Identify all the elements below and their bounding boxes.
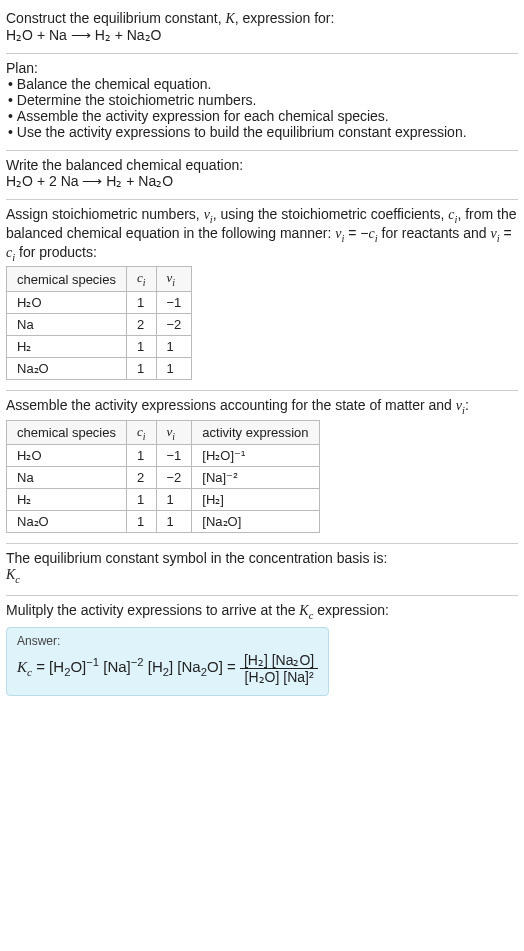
plan-item: Use the activity expressions to build th…: [8, 124, 518, 140]
table-header-row: chemical species ci νi: [7, 267, 192, 292]
table-row: H₂O1−1[H₂O]⁻¹: [7, 445, 320, 467]
activity-section: Assemble the activity expressions accoun…: [6, 391, 518, 544]
table-row: Na₂O11: [7, 357, 192, 379]
table-header-row: chemical species ci νi activity expressi…: [7, 420, 320, 445]
stoich-intro: Assign stoichiometric numbers, νi, using…: [6, 206, 518, 262]
col-activity: activity expression: [192, 420, 319, 445]
prompt-line: Construct the equilibrium constant, K, e…: [6, 10, 518, 27]
col-ci: ci: [127, 420, 157, 445]
table-row: H₂O1−1: [7, 291, 192, 313]
prompt-section: Construct the equilibrium constant, K, e…: [6, 4, 518, 54]
plan-section: Plan: Balance the chemical equation. Det…: [6, 54, 518, 151]
balanced-equation: H₂O + 2 Na ⟶ H₂ + Na₂O: [6, 173, 518, 189]
table-row: Na2−2: [7, 313, 192, 335]
plan-item: Balance the chemical equation.: [8, 76, 518, 92]
fraction-numerator: [H₂] [Na₂O]: [240, 652, 318, 669]
col-ci: ci: [127, 267, 157, 292]
answer-fraction: [H₂] [Na₂O] [H₂O] [Na]²: [240, 652, 318, 685]
activity-table: chemical species ci νi activity expressi…: [6, 420, 320, 534]
plan-item: Determine the stoichiometric numbers.: [8, 92, 518, 108]
activity-intro: Assemble the activity expressions accoun…: [6, 397, 518, 416]
prompt-equation: H₂O + Na ⟶ H₂ + Na₂O: [6, 27, 518, 43]
balanced-section: Write the balanced chemical equation: H₂…: [6, 151, 518, 200]
final-section: Mulitply the activity expressions to arr…: [6, 596, 518, 706]
answer-box: Answer: Kc = [H2O]−1 [Na]−2 [H2] [Na2O] …: [6, 627, 329, 696]
table-row: Na2−2[Na]⁻²: [7, 467, 320, 489]
answer-equation: Kc = [H2O]−1 [Na]−2 [H2] [Na2O] = [H₂] […: [17, 652, 318, 685]
plan-title: Plan:: [6, 60, 518, 76]
final-intro: Mulitply the activity expressions to arr…: [6, 602, 518, 621]
answer-label: Answer:: [17, 634, 318, 648]
col-nui: νi: [156, 420, 192, 445]
col-species: chemical species: [7, 420, 127, 445]
symbol-intro: The equilibrium constant symbol in the c…: [6, 550, 518, 566]
col-nui: νi: [156, 267, 192, 292]
symbol-section: The equilibrium constant symbol in the c…: [6, 544, 518, 596]
plan-item: Assemble the activity expression for eac…: [8, 108, 518, 124]
stoich-section: Assign stoichiometric numbers, νi, using…: [6, 200, 518, 391]
stoich-table: chemical species ci νi H₂O1−1 Na2−2 H₂11…: [6, 266, 192, 380]
table-row: Na₂O11[Na₂O]: [7, 511, 320, 533]
plan-list: Balance the chemical equation. Determine…: [6, 76, 518, 140]
balanced-title: Write the balanced chemical equation:: [6, 157, 518, 173]
symbol-value: Kc: [6, 566, 518, 585]
table-row: H₂11[H₂]: [7, 489, 320, 511]
fraction-denominator: [H₂O] [Na]²: [240, 669, 318, 685]
table-row: H₂11: [7, 335, 192, 357]
col-species: chemical species: [7, 267, 127, 292]
